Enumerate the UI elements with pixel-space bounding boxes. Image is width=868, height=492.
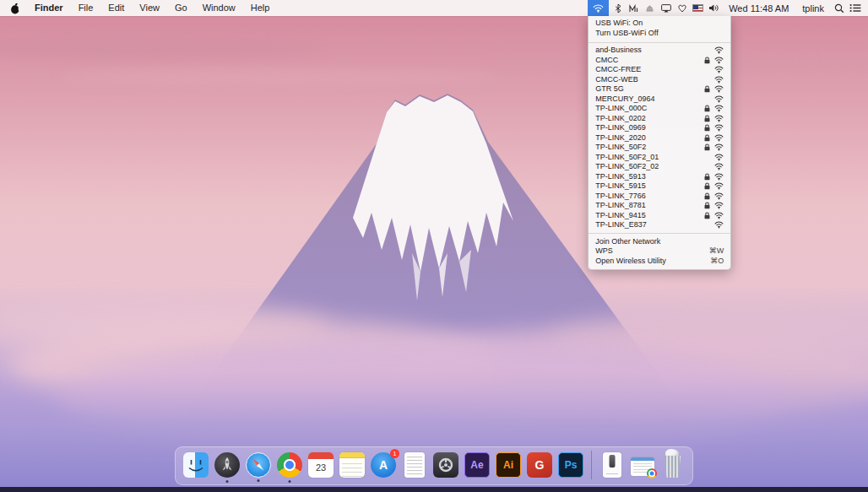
join-other-network-item[interactable]: Join Other Network [589, 237, 730, 247]
dock-installer-document-icon[interactable] [603, 452, 621, 478]
dock-launchpad-icon[interactable] [214, 452, 240, 478]
apple-menu[interactable] [5, 3, 27, 14]
dock-g-app-icon[interactable]: G [527, 452, 552, 478]
wifi-network-item[interactable]: and-Business [589, 46, 730, 56]
ps-label: Ps [565, 459, 578, 471]
wifi-network-item[interactable]: TP-LINK_2020 [589, 133, 730, 143]
dock-after-effects-icon[interactable]: Ae [464, 452, 490, 478]
wifi-network-item[interactable]: TP-LINK_0202 [589, 114, 730, 124]
menu-window[interactable]: Window [195, 0, 243, 16]
lock-icon [704, 85, 710, 93]
wifi-status-item: USB WiFi: On [589, 19, 730, 29]
dock-web-document-icon[interactable] [631, 457, 654, 476]
wifi-network-item[interactable]: TP-LINK_7766 [589, 192, 730, 202]
airplay-icon[interactable] [659, 0, 673, 16]
desktop: { "menu_bar": { "menus": ["Finder", "Fil… [0, 0, 868, 492]
wifi-signal-icon [714, 154, 724, 161]
menu-bar-user[interactable]: tplink [796, 3, 830, 14]
wifi-network-item[interactable]: CMCC [589, 56, 730, 66]
network-name: TP-LINK_E837 [595, 220, 700, 230]
wifi-signal-icon [714, 212, 724, 219]
app-menu-finder[interactable]: Finder [27, 0, 71, 16]
dock-chrome-icon[interactable] [277, 452, 302, 478]
wifi-signal-icon [714, 221, 724, 229]
wifi-network-item[interactable]: TP-LINK_0969 [589, 123, 730, 133]
screen-bezel [0, 487, 868, 492]
wifi-signal-icon [714, 105, 724, 112]
menu-edit[interactable]: Edit [100, 0, 132, 16]
wifi-network-item[interactable]: MERCURY_0964 [589, 95, 730, 105]
bluetooth-icon[interactable] [610, 0, 625, 16]
lock-icon [704, 182, 710, 190]
volume-icon[interactable] [707, 0, 721, 16]
wheel-icon [433, 452, 458, 478]
menu-bar: Finder File Edit View Go Window Help USB… [0, 0, 868, 16]
input-flag-icon[interactable] [691, 0, 705, 16]
wifi-network-item[interactable]: GTR 5G [589, 84, 730, 95]
dock-textedit-icon[interactable] [404, 452, 425, 478]
apple-logo-icon [10, 3, 20, 14]
dock-safari-icon[interactable] [246, 452, 271, 478]
open-wireless-utility-item[interactable]: Open Wireless Utility ⌘O [589, 257, 730, 267]
dock-finder-icon[interactable] [183, 452, 209, 478]
wifi-network-list: and-Business CMCC CMCC-F [589, 46, 730, 230]
lock-icon [704, 57, 710, 64]
activity-graph-icon[interactable] [627, 0, 641, 16]
wifi-network-item[interactable]: CMCC-FREE [589, 65, 730, 75]
wifi-signal-icon [714, 76, 724, 84]
wifi-signal-icon [714, 192, 724, 200]
dock-notes-icon[interactable] [339, 452, 365, 478]
finder-face-icon [183, 452, 209, 478]
dock-illustrator-icon[interactable]: Ai [496, 452, 521, 478]
spotlight-icon[interactable] [832, 0, 846, 16]
wifi-network-item[interactable]: TP-LINK_5913 [589, 172, 730, 182]
wifi-network-item[interactable]: TP-LINK_000C [589, 104, 730, 114]
wifi-network-item[interactable]: TP-LINK_8781 [589, 201, 730, 211]
lock-icon [704, 105, 710, 112]
calendar-day: 23 [308, 459, 334, 476]
menu-go[interactable]: Go [167, 0, 195, 16]
wifi-signal-icon [714, 134, 724, 142]
network-name: CMCC-FREE [595, 65, 700, 75]
wifi-network-item[interactable]: TP-LINK_50F2 [589, 143, 730, 153]
network-name: TP-LINK_0969 [595, 123, 700, 133]
network-name: TP-LINK_5915 [595, 181, 700, 192]
menu-bar-clock[interactable]: Wed 11:48 AM [723, 3, 795, 14]
rocket-icon [214, 452, 240, 478]
g-label: G [535, 458, 545, 472]
notification-center-icon[interactable] [848, 0, 863, 16]
dock: 23 A 1 Ae Ai G Ps [175, 446, 693, 485]
dock-calendar-icon[interactable]: 23 [308, 452, 334, 478]
wifi-menu-button[interactable]: USB WiFi: On Turn USB-WiFi Off and-Busin… [588, 0, 609, 16]
document-lines [407, 457, 422, 474]
wifi-network-item[interactable]: TP-LINK_E837 [589, 220, 730, 230]
network-name: TP-LINK_5913 [595, 172, 700, 182]
calendar-header [308, 452, 334, 459]
eject-icon[interactable] [643, 0, 657, 16]
wifi-signal-icon [714, 173, 724, 181]
wifi-network-item[interactable]: TP-LINK_50F2_01 [589, 153, 730, 163]
app-store-a: A [379, 458, 388, 472]
running-indicator [289, 480, 291, 483]
wifi-network-item[interactable]: CMCC-WEB [589, 75, 730, 85]
wifi-network-item[interactable]: TP-LINK_9415 [589, 211, 730, 221]
wifi-network-item[interactable]: TP-LINK_50F2_02 [589, 162, 730, 172]
dock-photoshop-icon[interactable]: Ps [558, 452, 583, 478]
menu-help[interactable]: Help [243, 0, 278, 16]
menu-view[interactable]: View [132, 0, 167, 16]
dock-steam-icon[interactable] [433, 452, 458, 478]
menu-separator [589, 42, 730, 43]
dock-trash-icon[interactable] [662, 452, 683, 478]
wps-item[interactable]: WPS ⌘W [589, 246, 730, 257]
network-name: CMCC [595, 56, 700, 66]
wallpaper-mount-fuji [0, 0, 868, 492]
menu-file[interactable]: File [71, 0, 101, 16]
network-name: TP-LINK_0202 [595, 114, 700, 124]
dock-app-store-icon[interactable]: A 1 [371, 452, 396, 478]
running-indicator [226, 480, 229, 483]
wifi-signal-icon [714, 46, 724, 54]
compass-needle-icon [247, 453, 269, 476]
wifi-network-item[interactable]: TP-LINK_5915 [589, 181, 730, 192]
heart-icon[interactable] [675, 0, 689, 16]
wifi-toggle-item[interactable]: Turn USB-WiFi Off [589, 29, 730, 39]
